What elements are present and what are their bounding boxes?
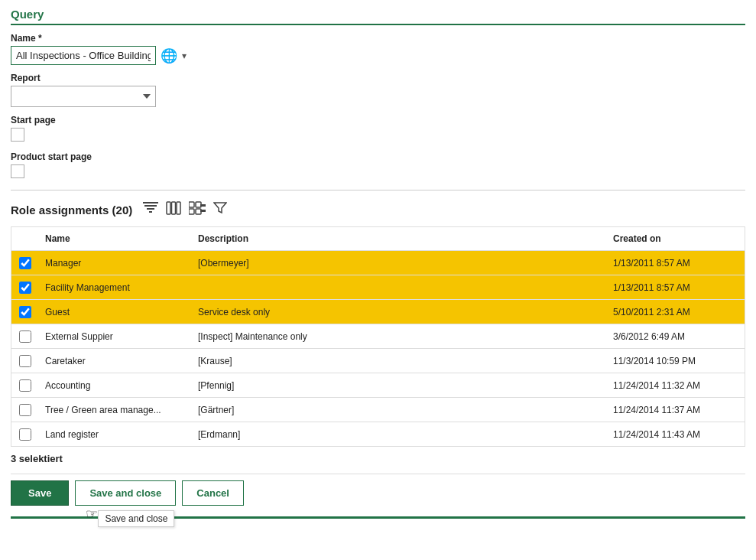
row-checkbox-cell[interactable]	[11, 280, 39, 295]
row-checkbox[interactable]	[19, 282, 31, 294]
start-page-label: Start page	[11, 115, 745, 125]
table-row[interactable]: Accounting [Pfennig] 11/24/2014 11:32 AM	[11, 373, 745, 398]
save-button[interactable]: Save	[11, 480, 69, 506]
row-checkbox[interactable]	[19, 379, 31, 392]
row-created-on: 11/3/2014 10:59 PM	[607, 353, 745, 370]
toolbar-icons	[141, 200, 229, 220]
row-checkbox-cell[interactable]	[11, 402, 39, 418]
row-checkbox-cell[interactable]	[11, 353, 39, 369]
table-row[interactable]: Land register [Erdmann] 11/24/2014 11:43…	[11, 422, 745, 447]
svg-rect-8	[189, 209, 194, 214]
row-name: Facility Management	[39, 279, 192, 296]
row-checkbox-cell[interactable]	[11, 256, 39, 271]
row-name: External Suppier	[39, 328, 192, 345]
row-created-on: 11/24/2014 11:37 AM	[607, 402, 745, 418]
filter-icon[interactable]	[141, 200, 160, 220]
report-select[interactable]	[11, 86, 156, 107]
start-page-checkbox[interactable]	[11, 128, 24, 142]
name-group: Name 🌐 ▾	[11, 33, 745, 65]
svg-rect-3	[149, 211, 152, 213]
row-checkbox[interactable]	[19, 428, 31, 441]
query-section-title: Query	[11, 8, 745, 25]
role-section-header: Role assignments (20)	[11, 200, 745, 220]
row-checkbox[interactable]	[19, 404, 31, 416]
role-table: Name Description Created on Manager [Obe…	[11, 226, 745, 447]
table-row[interactable]: Manager [Obermeyer] 1/13/2011 8:57 AM	[11, 251, 745, 275]
row-name: Guest	[39, 304, 192, 321]
table-row[interactable]: Facility Management 1/13/2011 8:57 AM	[11, 275, 745, 300]
table-header: Name Description Created on	[11, 227, 745, 251]
row-created-on: 1/13/2011 8:57 AM	[607, 255, 745, 272]
svg-rect-1	[144, 205, 157, 207]
row-checkbox[interactable]	[19, 355, 31, 367]
name-input-row: 🌐 ▾	[11, 46, 745, 65]
row-checkbox-cell[interactable]	[11, 329, 39, 344]
save-and-close-container: Save and close ☞ Save and close	[75, 480, 176, 506]
cursor-hand-icon: ☞	[86, 506, 98, 523]
role-assignments-section: Role assignments (20)	[11, 200, 745, 464]
columns-icon[interactable]	[164, 200, 183, 220]
save-and-close-tooltip: Save and close	[98, 510, 174, 527]
svg-rect-12	[200, 210, 206, 212]
row-description: [Krause]	[192, 353, 607, 370]
selected-count: 3 selektiert	[11, 453, 745, 464]
row-created-on: 3/6/2012 6:49 AM	[607, 328, 745, 345]
save-and-close-button[interactable]: Save and close	[75, 480, 176, 506]
row-created-on: 11/24/2014 11:32 AM	[607, 377, 745, 394]
table-row[interactable]: Caretaker [Krause] 11/3/2014 10:59 PM	[11, 349, 745, 373]
row-checkbox-cell[interactable]	[11, 378, 39, 393]
row-description: Service desk only	[192, 304, 607, 321]
report-group: Report	[11, 73, 745, 107]
svg-rect-9	[196, 202, 201, 207]
row-description: [Erdmann]	[192, 426, 607, 443]
product-start-page-group: Product start page	[11, 151, 745, 181]
table-row[interactable]: Guest Service desk only 5/10/2011 2:31 A…	[11, 300, 745, 324]
svg-rect-0	[143, 202, 158, 203]
row-description: [Pfennig]	[192, 377, 607, 394]
query-section: Query Name 🌐 ▾ Report Start page Product…	[11, 8, 745, 181]
name-input[interactable]	[11, 46, 156, 65]
table-body: Manager [Obermeyer] 1/13/2011 8:57 AM Fa…	[11, 251, 745, 447]
checkbox-header	[11, 232, 39, 246]
row-description	[192, 285, 607, 291]
row-checkbox[interactable]	[19, 306, 31, 318]
row-description: [Gärtner]	[192, 402, 607, 418]
cancel-button[interactable]: Cancel	[182, 480, 244, 506]
row-created-on: 5/10/2011 2:31 AM	[607, 304, 745, 321]
globe-icon[interactable]: 🌐	[161, 47, 177, 64]
svg-rect-5	[172, 202, 176, 214]
row-name: Tree / Green area manage...	[39, 402, 192, 418]
chevron-down-icon[interactable]: ▾	[182, 50, 187, 61]
name-column-header: Name	[39, 232, 192, 246]
row-checkbox-cell[interactable]	[11, 304, 39, 320]
svg-rect-11	[200, 204, 206, 207]
row-name: Land register	[39, 426, 192, 443]
row-created-on: 1/13/2011 8:57 AM	[607, 279, 745, 296]
row-name: Caretaker	[39, 353, 192, 370]
name-label: Name	[11, 33, 745, 44]
svg-rect-4	[167, 202, 170, 214]
row-name: Manager	[39, 255, 192, 272]
row-created-on: 11/24/2014 11:43 AM	[607, 426, 745, 443]
report-label: Report	[11, 73, 745, 83]
svg-rect-2	[147, 208, 154, 210]
group-icon[interactable]	[187, 200, 207, 220]
row-checkbox[interactable]	[19, 257, 31, 269]
main-container: Query Name 🌐 ▾ Report Start page Product…	[0, 0, 756, 519]
table-row[interactable]: External Suppier [Inspect] Maintenance o…	[11, 324, 745, 349]
table-row[interactable]: Tree / Green area manage... [Gärtner] 11…	[11, 398, 745, 422]
svg-rect-7	[189, 202, 194, 207]
row-checkbox-cell[interactable]	[11, 427, 39, 442]
advanced-filter-icon[interactable]	[212, 200, 229, 220]
button-bar: Save Save and close ☞ Save and close Can…	[11, 474, 745, 510]
description-column-header: Description	[192, 232, 607, 246]
created-on-column-header: Created on	[607, 232, 745, 246]
row-checkbox[interactable]	[19, 330, 31, 343]
start-page-group: Start page	[11, 115, 745, 144]
product-start-page-label: Product start page	[11, 151, 745, 162]
svg-rect-10	[196, 209, 201, 214]
role-section-title: Role assignments (20)	[11, 203, 132, 217]
row-description: [Inspect] Maintenance only	[192, 328, 607, 345]
product-start-page-checkbox[interactable]	[11, 164, 24, 178]
section-divider	[11, 190, 745, 190]
